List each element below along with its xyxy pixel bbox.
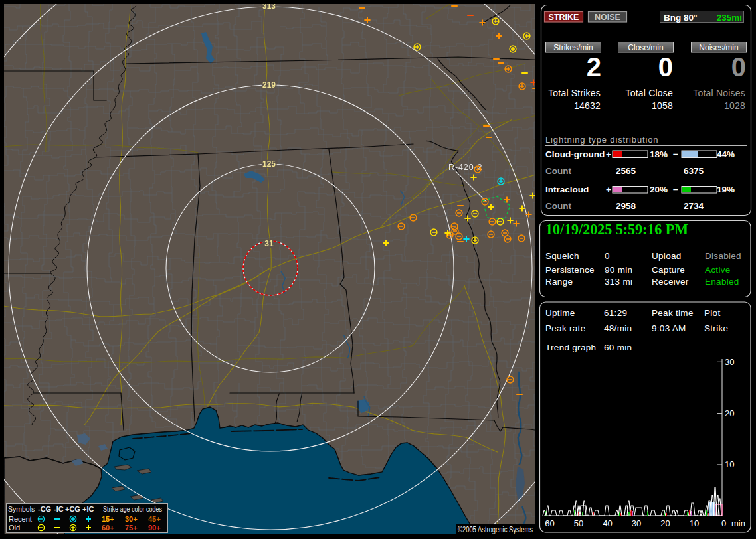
svg-text:125: 125: [262, 159, 276, 169]
svg-text:Persistence: Persistence: [545, 265, 595, 275]
svg-text:Capture: Capture: [652, 265, 685, 275]
svg-text:Peak rate: Peak rate: [545, 323, 585, 333]
svg-text:Strike: Strike: [704, 323, 728, 333]
svg-text:18%: 18%: [650, 149, 668, 159]
svg-text:Old: Old: [9, 524, 20, 532]
svg-text:Strikes/min: Strikes/min: [553, 43, 593, 52]
svg-text:Total Strikes: Total Strikes: [548, 88, 601, 98]
svg-text:-IC: -IC: [54, 505, 64, 513]
svg-text:Count: Count: [545, 166, 571, 176]
svg-text:45+: 45+: [148, 515, 161, 523]
svg-text:60 min: 60 min: [604, 343, 632, 352]
svg-text:75+: 75+: [125, 524, 138, 532]
svg-text:60: 60: [545, 518, 554, 528]
svg-text:+: +: [606, 185, 611, 194]
svg-text:Plot: Plot: [704, 308, 720, 318]
svg-text:10: 10: [725, 459, 734, 469]
svg-text:STRIKE: STRIKE: [549, 13, 579, 22]
svg-text:20: 20: [660, 518, 670, 528]
svg-text:31: 31: [264, 239, 274, 248]
svg-text:Squelch: Squelch: [545, 251, 579, 261]
svg-text:14632: 14632: [574, 100, 601, 111]
svg-text:40: 40: [603, 518, 612, 528]
svg-text:©2005 Astrogenic Systems: ©2005 Astrogenic Systems: [458, 525, 533, 534]
svg-text:Cloud-ground: Cloud-ground: [545, 149, 605, 159]
svg-text:44%: 44%: [717, 149, 735, 159]
svg-text:Close/min: Close/min: [628, 43, 663, 52]
svg-text:19%: 19%: [717, 185, 735, 194]
svg-text:235mi: 235mi: [717, 13, 742, 23]
svg-text:10: 10: [690, 518, 699, 528]
svg-text:Total Close: Total Close: [626, 88, 673, 98]
svg-text:1058: 1058: [652, 100, 673, 111]
svg-text:50: 50: [574, 518, 583, 528]
svg-text:Trend graph: Trend graph: [545, 343, 596, 352]
svg-text:+CG: +CG: [65, 505, 80, 513]
svg-text:Bng 80°: Bng 80°: [664, 13, 697, 23]
svg-text:48/min: 48/min: [604, 323, 632, 333]
svg-text:2958: 2958: [616, 201, 636, 211]
svg-text:Total Noises: Total Noises: [693, 88, 745, 98]
svg-text:2734: 2734: [684, 201, 704, 211]
svg-text:60+: 60+: [102, 524, 114, 532]
svg-text:Uptime: Uptime: [545, 308, 575, 318]
svg-text:1028: 1028: [724, 100, 745, 111]
svg-text:NOISE: NOISE: [595, 13, 620, 22]
svg-text:30: 30: [725, 357, 734, 367]
svg-text:+: +: [606, 149, 611, 159]
svg-text:2565: 2565: [616, 166, 636, 176]
svg-text:6375: 6375: [684, 166, 704, 176]
svg-text:0: 0: [658, 52, 673, 82]
svg-text:0: 0: [721, 518, 726, 528]
svg-text:Enabled: Enabled: [705, 277, 739, 287]
svg-text:Active: Active: [705, 265, 731, 275]
svg-text:219: 219: [262, 80, 276, 90]
svg-text:Upload: Upload: [652, 251, 682, 261]
svg-text:Symbols: Symbols: [8, 505, 35, 513]
svg-text:Disabled: Disabled: [705, 251, 741, 261]
svg-text:Peak time: Peak time: [652, 308, 694, 318]
svg-text:0: 0: [731, 52, 746, 82]
svg-text:15+: 15+: [102, 515, 114, 523]
svg-text:Noises/min: Noises/min: [699, 43, 738, 52]
svg-text:Intracloud: Intracloud: [545, 185, 589, 194]
svg-text:−: −: [673, 149, 678, 159]
svg-text:+IC: +IC: [82, 505, 94, 513]
svg-text:20%: 20%: [650, 185, 668, 194]
svg-text:313 mi: 313 mi: [605, 277, 632, 287]
svg-text:2: 2: [587, 52, 601, 82]
svg-text:9:03 AM: 9:03 AM: [652, 323, 686, 333]
svg-text:-CG: -CG: [38, 505, 51, 513]
svg-text:61:29: 61:29: [604, 308, 627, 318]
svg-text:20: 20: [725, 408, 734, 418]
svg-text:min: min: [731, 518, 745, 528]
svg-text:30+: 30+: [125, 515, 138, 523]
svg-text:90+: 90+: [148, 524, 161, 532]
svg-text:10/19/2025 5:59:16 PM: 10/19/2025 5:59:16 PM: [545, 220, 688, 238]
svg-text:0: 0: [605, 251, 610, 261]
svg-text:Receiver: Receiver: [652, 277, 689, 287]
svg-text:−: −: [673, 185, 678, 194]
svg-text:30: 30: [632, 518, 641, 528]
svg-text:Count: Count: [545, 201, 571, 211]
svg-text:90 min: 90 min: [605, 265, 632, 275]
svg-text:Recent: Recent: [9, 515, 32, 523]
svg-text:Range: Range: [545, 277, 573, 287]
svg-text:Strike age color codes: Strike age color codes: [103, 505, 162, 513]
svg-text:Lightning type distribution: Lightning type distribution: [545, 135, 658, 145]
